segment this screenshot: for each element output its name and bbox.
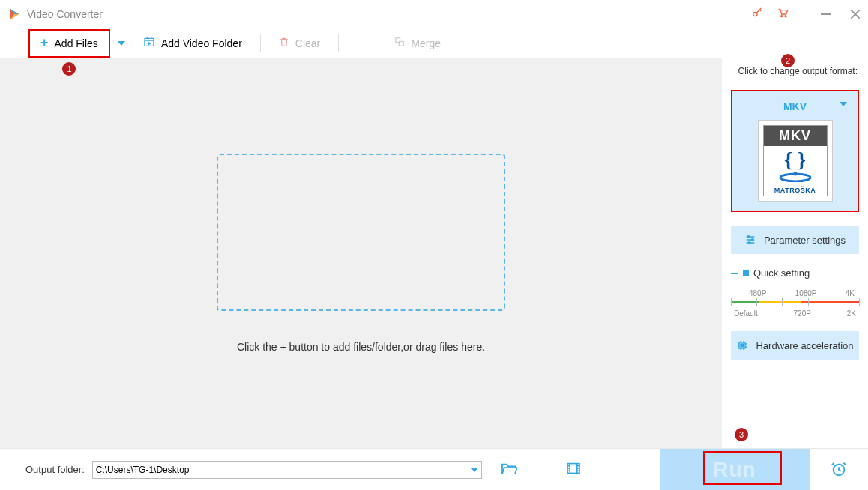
output-folder-input[interactable]: C:\Users\TG-1\Desktop [92, 461, 482, 479]
timer-button[interactable] [831, 461, 847, 480]
drop-hint: Click the + button to add files/folder,o… [237, 341, 485, 353]
sidebar: 2 Click to change output format: MKV MKV… [722, 58, 868, 448]
qs-dot-icon [743, 270, 749, 276]
alarm-icon [831, 461, 847, 477]
add-files-button[interactable]: + Add Files 1 [28, 29, 110, 58]
merge-button[interactable]: Merge [384, 29, 451, 58]
resolution-slider[interactable] [731, 301, 859, 303]
res-480p: 480P [749, 289, 766, 297]
quick-setting-panel: Quick setting 480P 1080P 4K Default 720P… [731, 267, 859, 318]
res-4k: 4K [846, 289, 855, 297]
hardware-acceleration-button[interactable]: Hardware acceleration [731, 331, 859, 360]
svg-point-1 [781, 15, 783, 16]
svg-point-0 [753, 12, 757, 16]
merge-label: Merge [411, 37, 441, 49]
mkv-logo-top: MKV [764, 126, 827, 146]
mkv-braces: { } [764, 149, 827, 170]
res-1080p: 1080P [795, 289, 817, 297]
mkv-brand: MATROŠKA [764, 187, 827, 194]
film-icon [566, 462, 581, 474]
parameter-settings-button[interactable]: Parameter settings [731, 226, 859, 254]
drop-plus-icon [343, 214, 379, 250]
record-screen-button[interactable] [566, 462, 581, 477]
step-badge-2: 2 [781, 54, 795, 67]
app-logo-icon [7, 7, 21, 21]
merge-icon [394, 37, 405, 49]
format-name: MKV [740, 100, 850, 112]
open-folder-button[interactable] [501, 462, 517, 478]
plus-icon: + [40, 35, 49, 51]
close-button[interactable] [850, 9, 861, 19]
app-title: Video Converter [27, 8, 751, 20]
add-files-dropdown-icon[interactable] [118, 41, 125, 46]
separator [338, 34, 339, 52]
add-files-label: Add Files [55, 37, 98, 49]
output-folder-label: Output folder: [25, 464, 85, 475]
video-folder-icon [143, 36, 155, 50]
run-label: Run [713, 458, 756, 482]
hw-accel-label: Hardware acceleration [756, 340, 853, 351]
add-video-folder-button[interactable]: Add Video Folder [133, 29, 253, 58]
drop-area[interactable]: Click the + button to add files/folder,o… [0, 58, 722, 448]
mkv-logo: MKV { } MATROŠKA [758, 120, 833, 202]
bottom-bar: Output folder: C:\Users\TG-1\Desktop 3 R… [0, 448, 868, 490]
toolbar: + Add Files 1 Add Video Folder Clear Mer… [0, 28, 868, 58]
svg-point-2 [785, 15, 786, 16]
key-icon[interactable] [751, 7, 763, 22]
drop-box[interactable] [217, 154, 505, 311]
step-badge-1: 1 [62, 62, 76, 76]
trash-icon [279, 36, 289, 50]
svg-rect-12 [741, 344, 744, 347]
chevron-down-icon [840, 102, 847, 106]
svg-point-10 [748, 242, 750, 244]
quick-setting-label: Quick setting [753, 267, 810, 279]
titlebar: Video Converter [0, 0, 868, 28]
sliders-icon [744, 234, 756, 246]
separator [260, 34, 261, 52]
clear-button[interactable]: Clear [268, 29, 331, 58]
chevron-down-icon [471, 468, 478, 472]
res-720p: 720P [794, 309, 811, 318]
main-area: Click the + button to add files/folder,o… [0, 58, 868, 448]
minimize-button[interactable] [821, 13, 831, 15]
add-folder-label: Add Video Folder [161, 37, 242, 49]
res-default: Default [734, 309, 758, 318]
qs-line-icon [731, 273, 738, 274]
output-path-text: C:\Users\TG-1\Desktop [96, 465, 190, 475]
run-button[interactable]: Run [660, 449, 810, 490]
svg-point-8 [747, 236, 750, 238]
clear-label: Clear [295, 37, 320, 49]
svg-point-7 [793, 172, 797, 176]
format-label: Click to change output format: [731, 66, 859, 76]
output-format-selector[interactable]: MKV MKV { } MATROŠKA [731, 90, 859, 212]
resolution-labels-bottom: Default 720P 2K [731, 309, 859, 318]
svg-point-9 [751, 239, 753, 241]
resolution-labels-top: 480P 1080P 4K [731, 289, 859, 297]
folder-icon [501, 462, 517, 475]
step-badge-3: 3 [735, 428, 748, 441]
format-name-text: MKV [783, 100, 807, 112]
chip-icon [736, 339, 748, 351]
cart-icon[interactable] [777, 7, 789, 22]
param-settings-label: Parameter settings [764, 235, 846, 246]
res-2k: 2K [847, 309, 856, 318]
